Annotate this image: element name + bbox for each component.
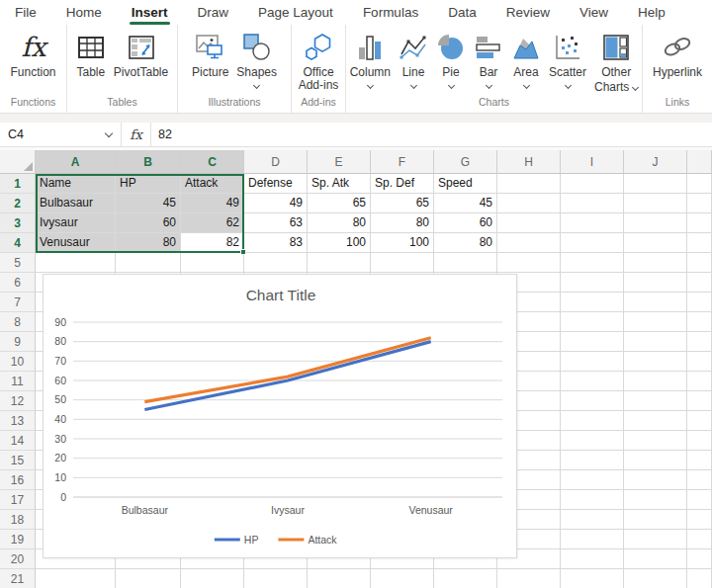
- cell-G2[interactable]: 45: [434, 194, 497, 213]
- row-header-9[interactable]: 9: [0, 332, 36, 352]
- function-button[interactable]: fx Function: [6, 31, 59, 79]
- cell-J1[interactable]: [624, 174, 687, 194]
- cell-I8[interactable]: [561, 312, 624, 332]
- cell-C1[interactable]: Attack: [181, 174, 244, 194]
- cell-C3[interactable]: 62: [181, 213, 244, 233]
- column-header-F[interactable]: F: [371, 150, 434, 174]
- cell-J10[interactable]: [624, 352, 687, 372]
- cell-H5[interactable]: [497, 253, 561, 273]
- cell-K20[interactable]: [687, 549, 712, 569]
- area-chart-button[interactable]: Area: [507, 31, 545, 88]
- cell-J5[interactable]: [624, 253, 687, 273]
- cell-K15[interactable]: [687, 451, 712, 470]
- scatter-chart-button[interactable]: Scatter: [545, 31, 590, 88]
- row-header-10[interactable]: 10: [0, 352, 36, 372]
- cell-I15[interactable]: [561, 451, 624, 470]
- cell-H3[interactable]: [497, 213, 561, 233]
- cell-I9[interactable]: [561, 332, 624, 352]
- line-chart-button[interactable]: Line: [395, 31, 432, 88]
- cell-G3[interactable]: 60: [434, 213, 497, 233]
- pivottable-button[interactable]: PivotTable: [110, 31, 172, 79]
- cell-D2[interactable]: 49: [244, 194, 308, 213]
- tab-view[interactable]: View: [565, 0, 623, 25]
- column-header-I[interactable]: I: [561, 150, 624, 174]
- row-header-13[interactable]: 13: [0, 411, 36, 431]
- cell-K16[interactable]: [687, 470, 712, 490]
- cell-F2[interactable]: 65: [371, 194, 434, 213]
- row-header-3[interactable]: 3: [0, 213, 36, 233]
- column-header-partial[interactable]: [687, 150, 712, 174]
- cell-I1[interactable]: [561, 174, 624, 194]
- cell-K11[interactable]: [687, 372, 712, 391]
- cell-E5[interactable]: [308, 253, 371, 273]
- cell-I12[interactable]: [561, 391, 624, 411]
- cell-B1[interactable]: HP: [116, 174, 181, 194]
- cell-A1[interactable]: Name: [36, 174, 116, 194]
- cell-G21[interactable]: [434, 569, 497, 588]
- cell-K3[interactable]: [687, 213, 712, 233]
- cell-J8[interactable]: [624, 312, 687, 332]
- bar-chart-button[interactable]: Bar: [470, 31, 507, 88]
- cell-J17[interactable]: [624, 490, 687, 510]
- cell-J3[interactable]: [624, 213, 687, 233]
- cell-I3[interactable]: [561, 213, 624, 233]
- cell-D4[interactable]: 83: [244, 233, 308, 253]
- column-chart-button[interactable]: Column: [346, 31, 395, 88]
- cell-B2[interactable]: 45: [116, 194, 181, 213]
- cell-J13[interactable]: [624, 411, 687, 431]
- row-header-2[interactable]: 2: [0, 194, 36, 213]
- pie-chart-button[interactable]: Pie: [432, 31, 470, 88]
- cell-G4[interactable]: 80: [434, 233, 497, 253]
- cell-K1[interactable]: [687, 174, 712, 194]
- cell-I10[interactable]: [561, 352, 624, 372]
- cell-I18[interactable]: [561, 510, 624, 530]
- cell-K4[interactable]: [687, 233, 712, 253]
- cell-B3[interactable]: 60: [116, 213, 181, 233]
- shapes-button[interactable]: Shapes: [232, 31, 281, 88]
- cell-K10[interactable]: [687, 352, 712, 372]
- cell-A21[interactable]: [36, 569, 116, 588]
- cell-B5[interactable]: [116, 253, 181, 273]
- cell-J14[interactable]: [624, 431, 687, 451]
- tab-page-layout[interactable]: Page Layout: [243, 0, 348, 25]
- cell-K5[interactable]: [687, 253, 712, 273]
- cell-D5[interactable]: [244, 253, 308, 273]
- cell-J12[interactable]: [624, 391, 687, 411]
- row-header-19[interactable]: 19: [0, 530, 36, 549]
- cell-E3[interactable]: 80: [308, 213, 371, 233]
- cell-I7[interactable]: [561, 293, 624, 312]
- column-header-G[interactable]: G: [434, 150, 497, 174]
- cell-K6[interactable]: [687, 273, 712, 293]
- cell-K13[interactable]: [687, 411, 712, 431]
- cell-A3[interactable]: Ivysaur: [36, 213, 116, 233]
- column-header-H[interactable]: H: [497, 150, 561, 174]
- column-header-C[interactable]: C: [181, 150, 244, 174]
- cell-D21[interactable]: [244, 569, 308, 588]
- cell-I5[interactable]: [561, 253, 624, 273]
- name-box-chevron-icon[interactable]: [105, 128, 113, 136]
- cell-F21[interactable]: [371, 569, 434, 588]
- cell-I2[interactable]: [561, 194, 624, 213]
- cell-H1[interactable]: [497, 174, 561, 194]
- row-header-14[interactable]: 14: [0, 431, 36, 451]
- cell-J21[interactable]: [624, 569, 687, 588]
- cell-I6[interactable]: [561, 273, 624, 293]
- picture-button[interactable]: Picture: [188, 31, 232, 79]
- cell-J15[interactable]: [624, 451, 687, 470]
- table-button[interactable]: Table: [72, 31, 110, 79]
- cell-E2[interactable]: 65: [308, 194, 371, 213]
- select-all-corner[interactable]: [0, 150, 36, 174]
- cell-E1[interactable]: Sp. Atk: [308, 174, 371, 194]
- cell-K19[interactable]: [687, 530, 712, 549]
- row-header-7[interactable]: 7: [0, 293, 36, 312]
- row-header-4[interactable]: 4: [0, 233, 36, 253]
- row-header-5[interactable]: 5: [0, 253, 36, 273]
- cell-F5[interactable]: [371, 253, 434, 273]
- cell-I16[interactable]: [561, 470, 624, 490]
- cell-H2[interactable]: [497, 194, 561, 213]
- insert-function-button[interactable]: fx: [122, 123, 151, 146]
- row-header-12[interactable]: 12: [0, 391, 36, 411]
- column-header-D[interactable]: D: [244, 150, 308, 174]
- cell-I4[interactable]: [561, 233, 624, 253]
- cell-D3[interactable]: 63: [244, 213, 308, 233]
